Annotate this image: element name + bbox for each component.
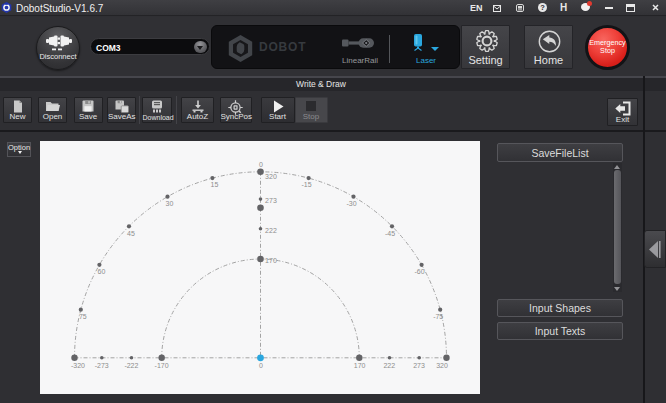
svg-text:273: 273 xyxy=(265,197,277,204)
svg-text:-320: -320 xyxy=(71,362,85,369)
svg-text:0: 0 xyxy=(259,362,263,369)
svg-text:-15: -15 xyxy=(302,181,312,188)
svg-text:-45: -45 xyxy=(385,230,395,237)
svg-text:30: 30 xyxy=(166,200,174,207)
svg-text:-75: -75 xyxy=(433,313,443,320)
svg-text:0: 0 xyxy=(259,161,263,168)
svg-text:-222: -222 xyxy=(124,362,138,369)
svg-text:170: 170 xyxy=(354,362,366,369)
svg-text:273: 273 xyxy=(413,362,425,369)
svg-text:320: 320 xyxy=(265,173,277,180)
svg-text:60: 60 xyxy=(98,268,106,275)
svg-text:-273: -273 xyxy=(95,362,109,369)
svg-text:45: 45 xyxy=(127,230,135,237)
svg-text:15: 15 xyxy=(211,181,219,188)
svg-text:170: 170 xyxy=(265,257,277,264)
svg-text:222: 222 xyxy=(383,362,395,369)
svg-text:-60: -60 xyxy=(415,268,425,275)
svg-text:-30: -30 xyxy=(346,200,356,207)
svg-text:-170: -170 xyxy=(155,362,169,369)
svg-text:75: 75 xyxy=(79,313,87,320)
svg-text:320: 320 xyxy=(436,362,448,369)
svg-text:222: 222 xyxy=(265,227,277,234)
